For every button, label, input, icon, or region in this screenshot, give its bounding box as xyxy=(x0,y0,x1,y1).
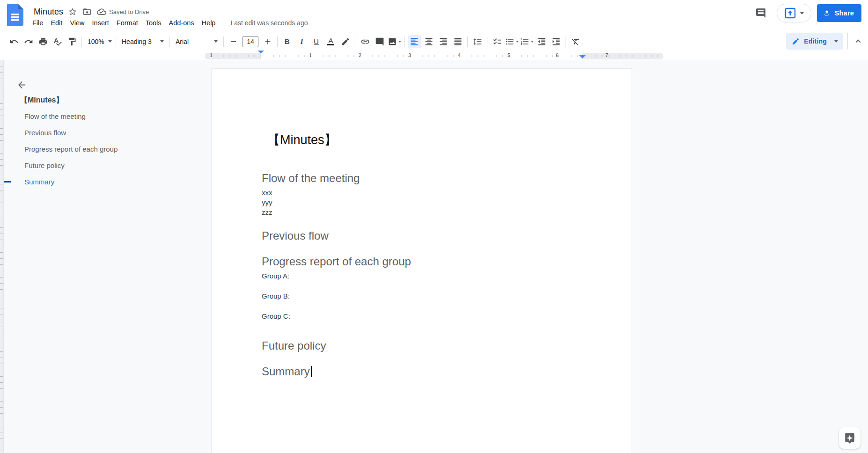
document-paragraph[interactable]: Group B: xyxy=(262,291,589,301)
clear-formatting-button[interactable] xyxy=(569,35,582,48)
bulleted-list-button[interactable] xyxy=(505,35,519,48)
line-spacing-button[interactable] xyxy=(471,35,484,48)
checklist-icon xyxy=(493,37,502,46)
outline-item[interactable]: Previous flow xyxy=(0,124,187,141)
share-button-label: Share xyxy=(835,9,854,17)
document-content: 【Minutes】Flow of the meetingxxxyyyzzzPre… xyxy=(212,69,632,379)
increase-indent-button[interactable] xyxy=(550,35,563,48)
bold-icon: B xyxy=(285,37,290,45)
document-title[interactable]: Minutes xyxy=(32,7,65,17)
document-paragraph[interactable]: Flow of the meeting xyxy=(262,171,589,185)
paragraph-style-select[interactable]: Heading 3 xyxy=(118,35,167,48)
align-left-button[interactable] xyxy=(408,35,421,48)
save-status[interactable]: Saved to Drive xyxy=(97,7,149,16)
clear-formatting-icon xyxy=(571,37,581,46)
open-comment-history-button[interactable] xyxy=(751,4,770,22)
explore-button[interactable] xyxy=(839,427,861,449)
document-paragraph[interactable]: xxx xyxy=(262,188,589,197)
toolbar-separator xyxy=(116,37,116,47)
toolbar-separator xyxy=(487,37,487,47)
decrease-indent-button[interactable] xyxy=(535,35,548,48)
numbered-list-button[interactable] xyxy=(520,35,534,48)
align-center-icon xyxy=(424,37,434,46)
outline-item[interactable]: Summary xyxy=(0,174,187,190)
redo-icon xyxy=(24,37,33,46)
undo-button[interactable] xyxy=(7,35,21,48)
outline-item[interactable]: 【Minutes】 xyxy=(0,92,187,108)
menu-item[interactable]: Tools xyxy=(142,18,165,28)
menu-item[interactable]: Help xyxy=(198,18,220,28)
star-icon xyxy=(68,7,77,16)
insert-link-button[interactable] xyxy=(359,35,372,48)
justify-button[interactable] xyxy=(451,35,464,48)
spell-check-button[interactable] xyxy=(51,35,64,48)
pencil-icon xyxy=(792,37,800,45)
toolbar-separator xyxy=(81,37,82,47)
star-button[interactable] xyxy=(66,5,80,19)
ruler-ticks xyxy=(205,55,663,57)
text-color-button[interactable]: A xyxy=(324,35,338,48)
menu-item[interactable]: Add-ons xyxy=(165,18,198,28)
document-page[interactable]: 【Minutes】Flow of the meetingxxxyyyzzzPre… xyxy=(211,68,632,453)
move-folder-icon xyxy=(82,7,92,16)
font-size-input[interactable]: 14 xyxy=(243,36,258,47)
chevron-down-icon xyxy=(516,41,519,44)
highlight-color-button[interactable] xyxy=(339,35,352,48)
menu-item[interactable]: Format xyxy=(113,18,142,28)
present-button[interactable] xyxy=(777,4,811,22)
insert-image-button[interactable] xyxy=(388,35,401,48)
align-center-button[interactable] xyxy=(422,35,435,48)
document-paragraph[interactable]: 【Minutes】 xyxy=(262,132,589,148)
right-indent-marker[interactable] xyxy=(579,55,586,58)
title-bar: Minutes Saved to Drive FileEditViewInser… xyxy=(0,0,868,31)
document-paragraph[interactable]: Previous flow xyxy=(262,229,589,243)
google-docs-logo-icon[interactable] xyxy=(7,4,23,26)
font-select[interactable]: Arial xyxy=(172,35,221,48)
chevron-up-icon xyxy=(853,36,863,46)
numbered-list-icon xyxy=(520,37,530,46)
zoom-select[interactable]: 100% xyxy=(84,35,113,48)
last-edit-link[interactable]: Last edit was seconds ago xyxy=(230,19,308,27)
decrease-indent-icon xyxy=(537,37,546,46)
decrease-font-size-button[interactable] xyxy=(227,35,240,48)
document-paragraph[interactable]: Progress report of each group xyxy=(262,255,589,269)
chevron-down-icon xyxy=(531,41,534,44)
document-paragraph[interactable]: yyy xyxy=(262,197,589,207)
document-paragraph[interactable]: Future policy xyxy=(262,339,589,353)
redo-button[interactable] xyxy=(22,35,35,48)
increase-font-size-button[interactable] xyxy=(261,35,274,48)
bold-button[interactable]: B xyxy=(281,35,294,48)
toolbar-separator xyxy=(566,37,566,47)
document-paragraph[interactable]: Group C: xyxy=(262,311,589,321)
menu-item[interactable]: Edit xyxy=(47,18,66,28)
document-paragraph[interactable]: Group A: xyxy=(262,271,589,281)
horizontal-ruler[interactable]: 11234567 xyxy=(0,52,868,60)
outline-item[interactable]: Future policy xyxy=(0,157,187,174)
hide-menus-button[interactable] xyxy=(847,33,863,49)
align-right-button[interactable] xyxy=(437,35,450,48)
close-outline-button[interactable] xyxy=(12,75,31,94)
add-comment-button[interactable] xyxy=(373,35,386,48)
italic-button[interactable]: I xyxy=(295,35,309,48)
print-button[interactable] xyxy=(37,35,50,48)
toolbar-separator xyxy=(223,37,224,47)
outline-list: 【Minutes】Flow of the meetingPrevious flo… xyxy=(0,92,187,190)
underline-button[interactable]: U xyxy=(310,35,323,48)
document-paragraph[interactable]: zzz xyxy=(262,207,589,217)
outline-item[interactable]: Flow of the meeting xyxy=(0,108,187,124)
chevron-down-icon xyxy=(108,40,112,44)
toolbar-separator xyxy=(277,37,278,47)
menu-item[interactable]: Insert xyxy=(88,18,113,28)
paint-format-button[interactable] xyxy=(66,35,79,48)
move-to-folder-button[interactable] xyxy=(80,5,94,19)
document-paragraph[interactable]: Summary xyxy=(262,365,589,379)
share-button[interactable]: Share xyxy=(817,4,861,22)
outline-item[interactable]: Progress report of each group xyxy=(0,141,187,157)
menu-item[interactable]: View xyxy=(66,18,88,28)
chevron-down-icon xyxy=(160,40,164,44)
chevron-down-icon xyxy=(834,40,838,44)
editing-mode-select[interactable]: Editing xyxy=(786,33,843,50)
checklist-button[interactable] xyxy=(491,35,504,48)
menu-item[interactable]: File xyxy=(29,18,47,28)
line-spacing-icon xyxy=(473,37,482,46)
